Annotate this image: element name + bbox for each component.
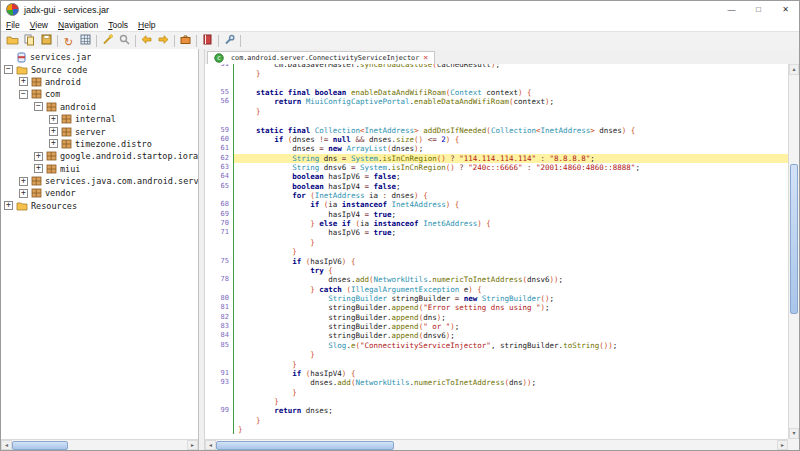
tree-item-server[interactable]: +server — [1, 125, 198, 137]
code-text: } — [234, 416, 788, 425]
code-line: for (InetAddress ia : dnses) { — [205, 191, 788, 200]
expand-toggle-icon[interactable]: + — [4, 201, 13, 210]
tree-item-internal[interactable]: +internal — [1, 113, 198, 125]
scroll-left-arrow[interactable]: ◂ — [1, 440, 12, 450]
code-line: 82 stringBuilder.append(dns); — [205, 313, 788, 322]
expand-toggle-icon[interactable]: + — [49, 139, 58, 148]
menu-file[interactable]: File — [6, 20, 20, 30]
tree-item-miui[interactable]: +miui — [1, 163, 198, 175]
tree-item-com[interactable]: −com — [1, 88, 198, 100]
tree-item-source-code[interactable]: −Source code — [1, 63, 198, 75]
tree-item-android[interactable]: +android — [1, 76, 198, 88]
tree-item-timezone-distro[interactable]: +timezone.distro — [1, 138, 198, 150]
menu-tools[interactable]: Tools — [108, 20, 128, 30]
book-icon — [201, 32, 214, 50]
tree-item-android[interactable]: −android — [1, 101, 198, 113]
scrollbar-track[interactable] — [68, 440, 187, 450]
code-text: stringBuilder.append(dns); — [234, 313, 788, 322]
close-button[interactable]: ✕ — [772, 1, 799, 18]
package-icon — [61, 114, 72, 124]
scroll-up-arrow[interactable]: ▴ — [789, 64, 799, 75]
wrench-icon — [223, 32, 236, 50]
log-viewer-button[interactable] — [199, 33, 216, 48]
tree-item-resources[interactable]: +Resources — [1, 200, 198, 212]
line-number: 91 — [205, 369, 234, 378]
text-search-button[interactable] — [116, 33, 133, 48]
code-text: } — [234, 69, 788, 78]
tree-item-services-jar[interactable]: services.jar — [1, 51, 198, 63]
code-text: } — [234, 238, 788, 247]
expand-toggle-icon[interactable]: + — [19, 77, 28, 86]
scroll-right-arrow[interactable]: ▸ — [777, 440, 788, 450]
tree-item-services-java-com-android-server-m[interactable]: +services.java.com.android.server.m — [1, 175, 198, 187]
deobfuscation-button[interactable] — [99, 33, 116, 48]
tree-item-vendor[interactable]: +vendor — [1, 187, 198, 199]
expand-toggle-icon[interactable]: + — [34, 152, 43, 161]
line-number — [205, 191, 234, 200]
reload-icon: ↻ — [64, 32, 73, 50]
editor-vertical-scrollbar[interactable]: ▴ ▾ — [788, 64, 799, 439]
arrow-left-icon — [140, 32, 153, 50]
package-tree[interactable]: services.jar−Source code+android−com−and… — [1, 51, 198, 439]
jar-icon — [16, 52, 27, 63]
code-line: } — [205, 238, 788, 247]
nav-back-button[interactable] — [138, 33, 155, 48]
collapse-toggle-icon[interactable]: − — [34, 102, 43, 111]
code-editor[interactable]: 51 cm.DataSaverMaster.syncBroadcastUse(c… — [205, 64, 788, 439]
tree-item-label: server — [75, 127, 106, 137]
line-number: 80 — [205, 294, 234, 303]
menu-view[interactable]: View — [30, 20, 48, 30]
menu-help[interactable]: Help — [138, 20, 155, 30]
code-text: } — [234, 397, 788, 406]
menu-navigation[interactable]: Navigation — [58, 20, 98, 30]
export-button[interactable] — [177, 33, 194, 48]
expand-toggle-icon[interactable]: + — [49, 127, 58, 136]
class-search-button[interactable] — [77, 33, 94, 48]
toolbar-separator — [174, 35, 175, 47]
expand-toggle-icon[interactable]: + — [34, 164, 43, 173]
toolbar-separator — [240, 35, 241, 47]
reload-button[interactable]: ↻ — [60, 33, 77, 48]
settings-button[interactable] — [221, 33, 238, 48]
line-number: 93 — [205, 378, 234, 387]
line-number: 75 — [205, 257, 234, 266]
tab-connectivityserviceinjector[interactable]: c com.android.server.ConnectivityService… — [207, 51, 435, 65]
scroll-left-arrow[interactable]: ◂ — [205, 440, 216, 450]
scroll-right-arrow[interactable]: ▸ — [187, 440, 198, 450]
tree-item-google-android-startop-iorap[interactable]: +google.android.startop.iorap — [1, 150, 198, 162]
sidebar-horizontal-scrollbar[interactable]: ◂ ▸ — [1, 439, 198, 450]
code-line: } — [205, 388, 788, 397]
code-text: dnses = new ArrayList(dnses); — [234, 144, 788, 153]
line-number — [205, 79, 234, 88]
collapse-toggle-icon[interactable]: − — [19, 90, 28, 99]
tree-item-label: vendor — [45, 188, 76, 198]
scrollbar-thumb[interactable] — [12, 441, 68, 450]
minimize-button[interactable]: — — [718, 1, 745, 18]
scrollbar-thumb[interactable] — [216, 441, 394, 450]
package-icon — [61, 127, 72, 137]
line-number — [205, 69, 234, 78]
code-text: for (InetAddress ia : dnses) { — [234, 191, 788, 200]
code-text: static final boolean enableDataAndWifiRo… — [234, 88, 788, 97]
code-line: } — [205, 416, 788, 425]
nav-forward-button[interactable] — [155, 33, 172, 48]
code-text: } — [234, 247, 788, 256]
scrollbar-track[interactable] — [394, 440, 777, 450]
open-file-button[interactable] — [4, 33, 21, 48]
collapse-toggle-icon[interactable]: − — [4, 65, 13, 74]
expand-toggle-icon[interactable]: + — [19, 177, 28, 186]
save-all-button[interactable] — [38, 33, 55, 48]
code-line — [205, 116, 788, 125]
scrollbar-thumb[interactable] — [790, 164, 798, 314]
editor-horizontal-scrollbar[interactable]: ◂ ▸ — [205, 439, 788, 450]
code-text: hasIpV6 = true; — [234, 228, 788, 237]
code-line: } — [205, 69, 788, 78]
add-files-button[interactable] — [21, 33, 38, 48]
code-text: return MiuiConfigCaptivePortal.enableDat… — [234, 97, 788, 106]
package-icon — [31, 176, 42, 186]
scroll-down-arrow[interactable]: ▾ — [789, 428, 799, 439]
maximize-button[interactable]: □ — [745, 1, 772, 18]
tab-close-icon[interactable]: ✕ — [423, 54, 428, 62]
expand-toggle-icon[interactable]: + — [49, 115, 58, 124]
expand-toggle-icon[interactable]: + — [19, 189, 28, 198]
